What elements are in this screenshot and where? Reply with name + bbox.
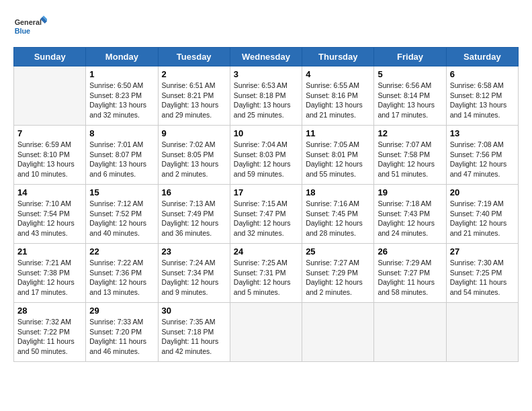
day-cell: 13Sunrise: 7:08 AMSunset: 7:56 PMDayligh… bbox=[446, 126, 518, 185]
day-cell: 16Sunrise: 7:13 AMSunset: 7:49 PMDayligh… bbox=[158, 185, 230, 244]
day-cell: 14Sunrise: 7:10 AMSunset: 7:54 PMDayligh… bbox=[14, 185, 86, 244]
day-cell: 17Sunrise: 7:15 AMSunset: 7:47 PMDayligh… bbox=[230, 185, 302, 244]
page-header: General Blue bbox=[13, 13, 519, 40]
day-cell bbox=[230, 303, 302, 362]
day-cell: 27Sunrise: 7:30 AMSunset: 7:25 PMDayligh… bbox=[446, 244, 518, 303]
day-cell: 22Sunrise: 7:22 AMSunset: 7:36 PMDayligh… bbox=[86, 244, 158, 303]
day-cell bbox=[374, 303, 446, 362]
day-number: 19 bbox=[378, 187, 442, 197]
day-cell bbox=[302, 303, 374, 362]
logo-svg: General Blue bbox=[13, 13, 47, 40]
day-number: 8 bbox=[89, 128, 154, 138]
week-row-2: 7Sunrise: 6:59 AMSunset: 8:10 PMDaylight… bbox=[14, 126, 519, 185]
day-cell: 9Sunrise: 7:02 AMSunset: 8:05 PMDaylight… bbox=[158, 126, 230, 185]
day-number: 6 bbox=[450, 69, 515, 79]
day-info: Sunrise: 7:08 AMSunset: 7:56 PMDaylight:… bbox=[450, 140, 515, 179]
header-sunday: Sunday bbox=[14, 48, 86, 66]
day-info: Sunrise: 7:13 AMSunset: 7:49 PMDaylight:… bbox=[162, 199, 226, 238]
day-info: Sunrise: 7:01 AMSunset: 8:07 PMDaylight:… bbox=[89, 140, 154, 179]
day-info: Sunrise: 7:07 AMSunset: 7:58 PMDaylight:… bbox=[378, 140, 442, 179]
day-number: 23 bbox=[162, 246, 226, 257]
day-info: Sunrise: 6:55 AMSunset: 8:16 PMDaylight:… bbox=[306, 81, 370, 120]
week-row-5: 28Sunrise: 7:32 AMSunset: 7:22 PMDayligh… bbox=[14, 303, 519, 362]
day-number: 16 bbox=[162, 187, 226, 197]
day-number: 10 bbox=[234, 128, 298, 138]
day-cell: 29Sunrise: 7:33 AMSunset: 7:20 PMDayligh… bbox=[86, 303, 158, 362]
day-info: Sunrise: 7:30 AMSunset: 7:25 PMDaylight:… bbox=[450, 258, 515, 298]
day-cell: 25Sunrise: 7:27 AMSunset: 7:29 PMDayligh… bbox=[302, 244, 374, 303]
day-cell: 2Sunrise: 6:51 AMSunset: 8:21 PMDaylight… bbox=[158, 66, 230, 126]
day-number: 27 bbox=[450, 246, 515, 257]
day-cell: 4Sunrise: 6:55 AMSunset: 8:16 PMDaylight… bbox=[302, 66, 374, 126]
day-info: Sunrise: 7:24 AMSunset: 7:34 PMDaylight:… bbox=[162, 258, 226, 298]
day-cell: 11Sunrise: 7:05 AMSunset: 8:01 PMDayligh… bbox=[302, 126, 374, 185]
day-cell: 10Sunrise: 7:04 AMSunset: 8:03 PMDayligh… bbox=[230, 126, 302, 185]
day-number: 12 bbox=[378, 128, 442, 138]
day-number: 28 bbox=[17, 306, 82, 316]
day-info: Sunrise: 7:15 AMSunset: 7:47 PMDaylight:… bbox=[234, 199, 298, 238]
day-cell: 12Sunrise: 7:07 AMSunset: 7:58 PMDayligh… bbox=[374, 126, 446, 185]
day-info: Sunrise: 7:27 AMSunset: 7:29 PMDaylight:… bbox=[306, 258, 370, 298]
day-info: Sunrise: 6:58 AMSunset: 8:12 PMDaylight:… bbox=[450, 81, 515, 120]
day-cell: 18Sunrise: 7:16 AMSunset: 7:45 PMDayligh… bbox=[302, 185, 374, 244]
day-cell: 3Sunrise: 6:53 AMSunset: 8:18 PMDaylight… bbox=[230, 66, 302, 126]
day-info: Sunrise: 7:21 AMSunset: 7:38 PMDaylight:… bbox=[17, 258, 82, 298]
day-number: 3 bbox=[234, 69, 298, 79]
day-cell: 15Sunrise: 7:12 AMSunset: 7:52 PMDayligh… bbox=[86, 185, 158, 244]
day-number: 30 bbox=[162, 306, 226, 316]
day-info: Sunrise: 7:19 AMSunset: 7:40 PMDaylight:… bbox=[450, 199, 515, 238]
day-cell: 20Sunrise: 7:19 AMSunset: 7:40 PMDayligh… bbox=[446, 185, 518, 244]
day-info: Sunrise: 6:56 AMSunset: 8:14 PMDaylight:… bbox=[378, 81, 442, 120]
day-cell: 7Sunrise: 6:59 AMSunset: 8:10 PMDaylight… bbox=[14, 126, 86, 185]
day-number: 20 bbox=[450, 187, 515, 197]
header-friday: Friday bbox=[374, 48, 446, 66]
logo: General Blue bbox=[13, 13, 47, 40]
day-number: 5 bbox=[378, 69, 442, 79]
day-info: Sunrise: 6:59 AMSunset: 8:10 PMDaylight:… bbox=[17, 140, 82, 179]
day-cell: 21Sunrise: 7:21 AMSunset: 7:38 PMDayligh… bbox=[14, 244, 86, 303]
day-info: Sunrise: 7:32 AMSunset: 7:22 PMDaylight:… bbox=[17, 317, 82, 357]
header-tuesday: Tuesday bbox=[158, 48, 230, 66]
day-info: Sunrise: 7:25 AMSunset: 7:31 PMDaylight:… bbox=[234, 258, 298, 298]
day-number: 7 bbox=[17, 128, 82, 138]
day-info: Sunrise: 7:22 AMSunset: 7:36 PMDaylight:… bbox=[89, 258, 154, 298]
day-number: 21 bbox=[17, 246, 82, 257]
header-thursday: Thursday bbox=[302, 48, 374, 66]
day-number: 13 bbox=[450, 128, 515, 138]
day-number: 25 bbox=[306, 246, 370, 257]
header-wednesday: Wednesday bbox=[230, 48, 302, 66]
day-cell: 30Sunrise: 7:35 AMSunset: 7:18 PMDayligh… bbox=[158, 303, 230, 362]
day-info: Sunrise: 7:29 AMSunset: 7:27 PMDaylight:… bbox=[378, 258, 442, 298]
day-number: 24 bbox=[234, 246, 298, 257]
day-cell bbox=[14, 66, 86, 126]
day-info: Sunrise: 7:04 AMSunset: 8:03 PMDaylight:… bbox=[234, 140, 298, 179]
day-info: Sunrise: 6:51 AMSunset: 8:21 PMDaylight:… bbox=[162, 81, 226, 120]
day-number: 15 bbox=[89, 187, 154, 197]
day-cell: 8Sunrise: 7:01 AMSunset: 8:07 PMDaylight… bbox=[86, 126, 158, 185]
calendar-table: SundayMondayTuesdayWednesdayThursdayFrid… bbox=[13, 47, 519, 362]
day-cell: 5Sunrise: 6:56 AMSunset: 8:14 PMDaylight… bbox=[374, 66, 446, 126]
day-info: Sunrise: 7:05 AMSunset: 8:01 PMDaylight:… bbox=[306, 140, 370, 179]
day-info: Sunrise: 6:50 AMSunset: 8:23 PMDaylight:… bbox=[89, 81, 154, 120]
day-info: Sunrise: 7:16 AMSunset: 7:45 PMDaylight:… bbox=[306, 199, 370, 238]
day-number: 29 bbox=[89, 306, 154, 316]
day-number: 22 bbox=[89, 246, 154, 257]
week-row-3: 14Sunrise: 7:10 AMSunset: 7:54 PMDayligh… bbox=[14, 185, 519, 244]
day-number: 11 bbox=[306, 128, 370, 138]
day-info: Sunrise: 7:02 AMSunset: 8:05 PMDaylight:… bbox=[162, 140, 226, 179]
svg-text:Blue: Blue bbox=[15, 27, 30, 35]
day-info: Sunrise: 7:10 AMSunset: 7:54 PMDaylight:… bbox=[17, 199, 82, 238]
day-cell: 28Sunrise: 7:32 AMSunset: 7:22 PMDayligh… bbox=[14, 303, 86, 362]
day-number: 14 bbox=[17, 187, 82, 197]
day-info: Sunrise: 7:35 AMSunset: 7:18 PMDaylight:… bbox=[162, 317, 226, 357]
week-row-1: 1Sunrise: 6:50 AMSunset: 8:23 PMDaylight… bbox=[14, 66, 519, 126]
day-number: 18 bbox=[306, 187, 370, 197]
day-number: 17 bbox=[234, 187, 298, 197]
day-info: Sunrise: 7:33 AMSunset: 7:20 PMDaylight:… bbox=[89, 317, 154, 357]
day-cell: 24Sunrise: 7:25 AMSunset: 7:31 PMDayligh… bbox=[230, 244, 302, 303]
day-info: Sunrise: 7:18 AMSunset: 7:43 PMDaylight:… bbox=[378, 199, 442, 238]
day-cell: 23Sunrise: 7:24 AMSunset: 7:34 PMDayligh… bbox=[158, 244, 230, 303]
day-number: 26 bbox=[378, 246, 442, 257]
day-info: Sunrise: 6:53 AMSunset: 8:18 PMDaylight:… bbox=[234, 81, 298, 120]
day-cell: 19Sunrise: 7:18 AMSunset: 7:43 PMDayligh… bbox=[374, 185, 446, 244]
